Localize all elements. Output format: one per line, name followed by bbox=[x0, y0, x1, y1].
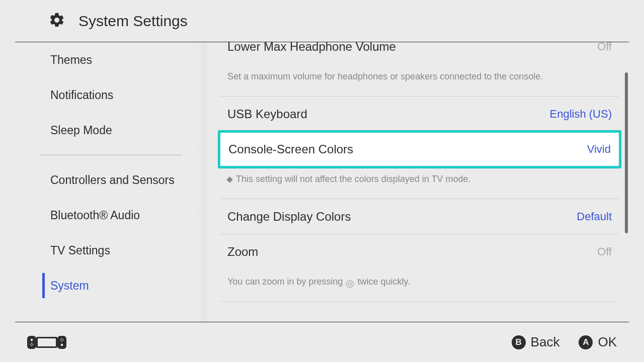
footer-actions: B Back A OK bbox=[512, 334, 617, 350]
sidebar-separator bbox=[40, 155, 181, 155]
hint-console-colors: This setting will not affect the colors … bbox=[220, 167, 619, 199]
hint-zoom: You can zoom in by pressing twice quickl… bbox=[220, 269, 619, 302]
svg-point-12 bbox=[61, 338, 62, 339]
row-label: Zoom bbox=[227, 245, 258, 259]
svg-point-4 bbox=[31, 338, 33, 341]
sidebar-item-label: Sleep Mode bbox=[50, 124, 112, 137]
ok-button[interactable]: A OK bbox=[579, 334, 617, 350]
sidebar-item-label: Themes bbox=[50, 53, 92, 67]
body-area: Themes Notifications Sleep Mode Controll… bbox=[15, 42, 629, 322]
sidebar-item-system[interactable]: System bbox=[15, 268, 206, 303]
row-label: USB Keyboard bbox=[227, 107, 307, 121]
svg-point-11 bbox=[62, 339, 63, 340]
row-value: Off bbox=[597, 42, 612, 53]
row-value: Default bbox=[577, 210, 612, 223]
gear-icon bbox=[48, 12, 65, 31]
sidebar: Themes Notifications Sleep Mode Controll… bbox=[15, 42, 206, 322]
svg-point-5 bbox=[61, 343, 63, 346]
hint-text: Set a maximum volume for headphones or s… bbox=[227, 71, 543, 82]
row-value: Off bbox=[597, 245, 612, 258]
svg-point-6 bbox=[30, 343, 31, 344]
svg-point-9 bbox=[31, 345, 32, 346]
sidebar-item-label: System bbox=[50, 279, 89, 293]
page-title: System Settings bbox=[78, 13, 188, 30]
sidebar-item-controllers[interactable]: Controllers and Sensors bbox=[15, 162, 206, 198]
hint-text: This setting will not affect the colors … bbox=[236, 174, 471, 185]
sidebar-item-label: TV Settings bbox=[50, 244, 110, 257]
row-serial-information[interactable]: Serial Information bbox=[220, 302, 619, 322]
sidebar-item-tv-settings[interactable]: TV Settings bbox=[15, 233, 206, 268]
svg-point-13 bbox=[61, 340, 62, 341]
sidebar-item-bluetooth-audio[interactable]: Bluetooth® Audio bbox=[15, 198, 206, 233]
sidebar-item-label: Notifications bbox=[50, 88, 113, 102]
ok-label: OK bbox=[598, 334, 617, 350]
main-panel: Lower Max Headphone Volume Off Set a max… bbox=[206, 42, 629, 322]
sidebar-item-sleep-mode[interactable]: Sleep Mode bbox=[15, 113, 206, 148]
footer: B Back A OK bbox=[15, 322, 629, 362]
row-headphone-volume[interactable]: Lower Max Headphone Volume Off bbox=[220, 42, 619, 64]
a-button-icon: A bbox=[579, 335, 593, 349]
row-label: Lower Max Headphone Volume bbox=[227, 42, 396, 54]
sidebar-item-notifications[interactable]: Notifications bbox=[15, 77, 206, 113]
row-label: Console-Screen Colors bbox=[228, 142, 353, 156]
row-label: Change Display Colors bbox=[227, 210, 351, 224]
controller-icon bbox=[27, 335, 66, 350]
svg-point-8 bbox=[31, 342, 32, 343]
row-value: Vivid bbox=[587, 143, 611, 156]
svg-rect-0 bbox=[27, 336, 36, 349]
hint-headphone: Set a maximum volume for headphones or s… bbox=[220, 64, 619, 97]
row-zoom[interactable]: Zoom Off bbox=[220, 234, 619, 269]
scrollbar[interactable] bbox=[625, 72, 628, 233]
svg-rect-1 bbox=[57, 336, 66, 349]
sidebar-item-themes[interactable]: Themes bbox=[15, 42, 206, 77]
sidebar-item-label: Controllers and Sensors bbox=[50, 173, 175, 187]
svg-rect-3 bbox=[38, 338, 56, 346]
svg-point-10 bbox=[60, 339, 61, 340]
row-console-screen-colors[interactable]: Console-Screen Colors Vivid bbox=[218, 131, 621, 168]
row-label: Serial Information bbox=[227, 321, 322, 322]
home-button-icon bbox=[346, 280, 354, 288]
back-label: Back bbox=[531, 334, 560, 350]
row-value: English (US) bbox=[550, 108, 612, 121]
hint-text: You can zoom in by pressing twice quickl… bbox=[227, 277, 410, 288]
back-button[interactable]: B Back bbox=[512, 334, 560, 350]
sidebar-item-label: Bluetooth® Audio bbox=[50, 209, 140, 222]
row-usb-keyboard[interactable]: USB Keyboard English (US) bbox=[220, 97, 619, 132]
header: System Settings bbox=[15, 0, 629, 42]
diamond-icon bbox=[226, 176, 233, 183]
svg-point-7 bbox=[32, 343, 33, 344]
b-button-icon: B bbox=[512, 335, 526, 349]
row-change-display-colors[interactable]: Change Display Colors Default bbox=[220, 199, 619, 234]
